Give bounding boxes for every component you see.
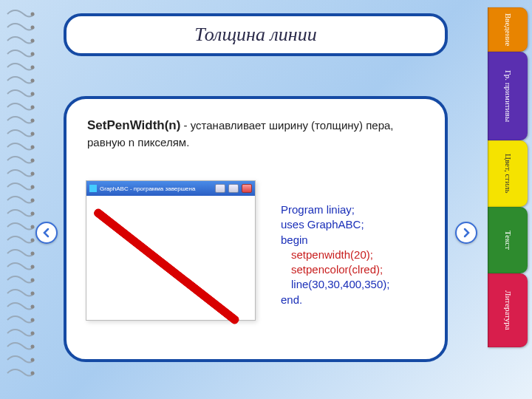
svg-point-2 [31, 39, 35, 43]
tab-primitives[interactable]: Гр. примитивы [488, 52, 528, 140]
prev-button[interactable] [35, 222, 58, 244]
svg-point-14 [31, 199, 35, 202]
svg-point-12 [31, 172, 35, 176]
svg-point-4 [31, 66, 35, 69]
side-tabs: Введение Гр. примитивы Цвет, стиль Текст… [488, 7, 528, 347]
description: SetPenWidth(n) - устанавливает ширину (т… [87, 117, 424, 150]
content-box: SetPenWidth(n) - устанавливает ширину (т… [64, 96, 448, 362]
function-name: SetPenWidth(n) [87, 118, 180, 132]
next-button[interactable] [455, 222, 477, 244]
svg-point-3 [31, 52, 35, 56]
code-line: begin [281, 233, 308, 246]
maximize-button[interactable] [228, 184, 239, 193]
svg-point-27 [31, 372, 35, 375]
svg-point-7 [31, 106, 35, 109]
drawn-line [92, 207, 242, 326]
svg-point-20 [31, 279, 35, 282]
tab-intro[interactable]: Введение [488, 7, 528, 52]
code-line: setpenwidth(20); [281, 248, 389, 262]
code-line: line(30,30,400,350); [281, 277, 389, 292]
minimize-button[interactable] [215, 184, 225, 193]
spiral-binding [6, 9, 35, 378]
svg-point-21 [31, 292, 35, 296]
code-line: Program liniay; [281, 203, 355, 216]
svg-point-9 [31, 132, 35, 136]
chevron-left-icon [41, 228, 52, 238]
svg-point-19 [31, 265, 35, 269]
slide-title-box: Толщина линии [64, 13, 448, 56]
code-line: end. [281, 293, 302, 306]
svg-point-17 [31, 239, 35, 242]
svg-point-10 [31, 146, 35, 149]
svg-point-8 [31, 119, 35, 123]
tab-literature[interactable]: Литература [488, 273, 528, 347]
svg-point-23 [31, 318, 35, 322]
svg-point-5 [31, 79, 35, 83]
app-icon [89, 185, 97, 192]
tab-color-style[interactable]: Цвет, стиль [488, 140, 528, 207]
svg-point-15 [31, 212, 35, 216]
code-block: Program liniay; uses GraphABC; begin set… [281, 202, 389, 307]
svg-point-13 [31, 185, 35, 189]
svg-point-24 [31, 332, 35, 335]
chevron-right-icon [461, 228, 471, 238]
svg-point-22 [31, 305, 35, 309]
window-title: GraphABC - программа завершена [100, 185, 195, 192]
program-window: GraphABC - программа завершена [86, 180, 256, 321]
window-titlebar: GraphABC - программа завершена [86, 181, 255, 196]
svg-point-18 [31, 252, 35, 256]
code-line: uses GraphABC; [281, 218, 364, 231]
svg-point-26 [31, 358, 35, 362]
code-line: setpencolor(clred); [281, 262, 389, 277]
svg-point-16 [31, 225, 35, 229]
svg-point-0 [31, 13, 35, 16]
close-button[interactable] [242, 184, 252, 193]
svg-point-1 [31, 26, 35, 30]
svg-point-11 [31, 159, 35, 163]
svg-rect-28 [89, 185, 97, 192]
svg-point-6 [31, 92, 35, 96]
tab-text[interactable]: Текст [488, 207, 528, 273]
canvas [88, 197, 253, 318]
slide-title: Толщина линии [194, 24, 316, 46]
svg-point-25 [31, 345, 35, 349]
